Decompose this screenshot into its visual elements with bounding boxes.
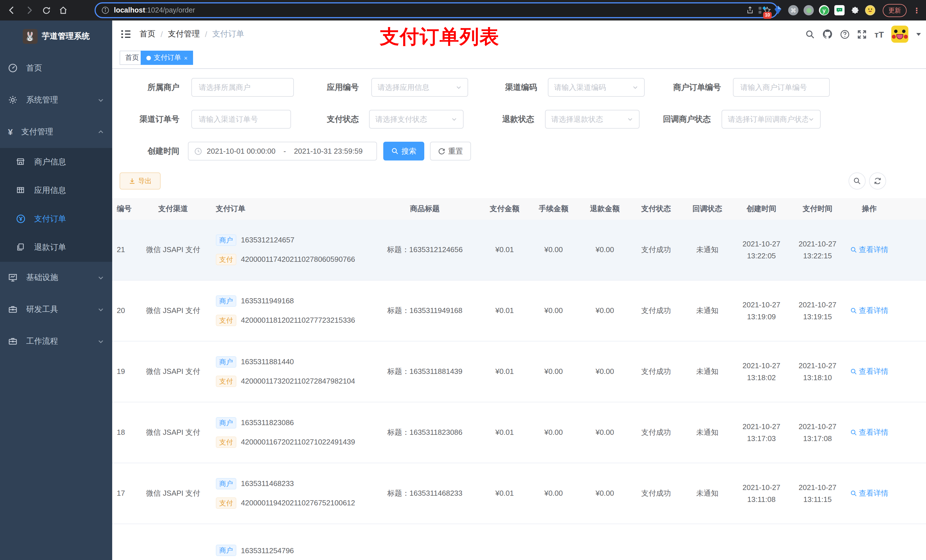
update-button[interactable]: 更新 (883, 4, 906, 17)
chevron-down-icon (808, 116, 814, 122)
cell-amount: ¥0.01 (481, 463, 528, 524)
filter-label-app-no: 应用编号 (302, 78, 359, 97)
sidebar-item-dev-tools[interactable]: 研发工具 (0, 294, 112, 326)
cell-id: 19 (112, 341, 138, 402)
sidebar-item-home[interactable]: 首页 (0, 52, 112, 84)
cell-amount: ¥0.01 (481, 341, 528, 402)
cell-created-time: 2021-10-2713:19:09 (733, 281, 790, 341)
cell-title: 标题：1635311823086 (368, 402, 481, 463)
cell-fee: ¥0.00 (528, 281, 579, 341)
cell-channel: 微信 JSAPI 支付 (138, 281, 208, 341)
breadcrumb-pay-mgmt[interactable]: 支付管理 (168, 29, 200, 39)
briefcase-icon (8, 305, 18, 315)
pay-tag: 支付 (216, 497, 236, 509)
pay-status-select[interactable]: 请选择支付状态 (369, 110, 464, 128)
record-extension-icon[interactable] (803, 5, 814, 15)
column-header: 商品标题 (368, 198, 481, 220)
merchant-tag: 商户 (216, 478, 236, 489)
close-tab-icon[interactable]: × (184, 54, 188, 61)
app-logo-row[interactable]: 🐰 芋道管理系统 (0, 21, 112, 52)
back-icon[interactable] (3, 2, 21, 19)
merchant-order-no-input[interactable] (733, 78, 830, 97)
clock-icon (194, 147, 202, 155)
reset-button[interactable]: 重置 (430, 142, 471, 160)
chevron-down-icon (97, 338, 104, 345)
refresh-table-button[interactable] (869, 172, 886, 190)
browser-menu-icon[interactable]: ⋮ (913, 6, 920, 15)
channel-code-select[interactable]: 请输入渠道编码 (548, 78, 645, 97)
app-title: 芋道管理系统 (42, 31, 90, 42)
command-extension-icon[interactable]: ⌘ (788, 5, 799, 15)
cell-notify-status: 未通知 (682, 402, 733, 463)
site-info-icon[interactable] (101, 6, 109, 14)
filter-label-merchant: 所属商户 (124, 78, 179, 97)
sidebar-item-workflow[interactable]: 工作流程 (0, 326, 112, 358)
merchant-input[interactable] (191, 78, 294, 97)
column-header: 支付时间 (790, 198, 845, 220)
cell-paid-time: 2021-10-2713:17:08 (790, 402, 845, 463)
breadcrumb: 首页 / 支付管理 / 支付订单 (139, 21, 244, 48)
avatar[interactable] (891, 26, 908, 43)
home-icon[interactable] (54, 2, 72, 19)
cell-actions: 查看详情 (845, 402, 894, 463)
merchant-tag: 商户 (216, 295, 236, 307)
view-detail-link[interactable]: 查看详情 (850, 305, 888, 316)
search-button[interactable]: 搜索 (383, 142, 424, 160)
search-icon[interactable] (805, 29, 815, 39)
cell-pay-order: 商户1635311468233支付42000011942021102767521… (208, 463, 368, 524)
font-size-icon[interactable]: ᴛT (875, 29, 884, 39)
github-icon[interactable] (823, 29, 833, 39)
merchant-order-no: 1635311949168 (241, 296, 294, 307)
cell-amount: ¥0.01 (481, 281, 528, 341)
collapse-sidebar-icon[interactable] (120, 29, 132, 40)
puzzle-extension-icon[interactable] (850, 5, 860, 15)
emoji-extension-icon[interactable] (865, 5, 875, 15)
help-icon[interactable] (840, 29, 850, 39)
address-bar[interactable]: localhost:1024/pay/order (95, 2, 778, 18)
chat-extension-icon[interactable] (834, 5, 844, 15)
app-no-select[interactable]: 请选择应用信息 (371, 78, 468, 97)
avatar-caret-icon[interactable] (916, 31, 921, 37)
reload-icon[interactable] (38, 2, 54, 19)
channel-order-no-input[interactable] (191, 110, 291, 128)
sidebar-item-refund-order[interactable]: 退款订单 (0, 233, 112, 262)
breadcrumb-home[interactable]: 首页 (139, 29, 156, 39)
yen-icon: ¥ (8, 127, 13, 137)
app-logo: 🐰 (23, 29, 37, 44)
tab-pay-order[interactable]: 支付订单 × (141, 51, 193, 65)
yapi-extension-icon[interactable]: y (819, 5, 829, 15)
extensions-area: 10 ⌘ y 更新 ⋮ (757, 0, 920, 21)
sidebar-item-merchant-info[interactable]: 商户信息 (0, 148, 112, 177)
view-detail-link[interactable]: 查看详情 (850, 245, 888, 255)
cell-id: 18 (112, 402, 138, 463)
refund-status-select[interactable]: 请选择退款状态 (545, 110, 640, 128)
filter-label-create-time: 创建时间 (124, 142, 179, 160)
export-button[interactable]: 导出 (120, 172, 160, 190)
cell-pay-order: 商户1635312124657支付42000011742021102780605… (208, 220, 368, 280)
date-range-input[interactable]: 2021-10-01 00:00:00 - 2021-10-31 23:59:5… (188, 142, 377, 160)
cell-created-time: 2021-10-2713:11:08 (733, 463, 790, 524)
sidebar-item-infra[interactable]: 基础设施 (0, 262, 112, 294)
kite-extension-icon[interactable] (773, 5, 783, 15)
chevron-down-icon (455, 84, 462, 91)
cell-paid-time: 2021-10-2713:19:15 (790, 281, 845, 341)
sidebar-item-pay-order[interactable]: 支付订单 (0, 205, 112, 233)
fullscreen-icon[interactable] (857, 29, 867, 39)
chevron-down-icon (97, 274, 104, 281)
sidebar-item-payment[interactable]: ¥ 支付管理 (0, 116, 112, 148)
cell-title: 标题：1635312124656 (368, 220, 481, 280)
merchant-order-no: 1635311254796 (241, 546, 294, 555)
view-detail-link[interactable]: 查看详情 (850, 427, 888, 438)
cell-amount: ¥0.01 (481, 220, 528, 280)
view-detail-link[interactable]: 查看详情 (850, 366, 888, 377)
sidebar-item-system[interactable]: 系统管理 (0, 84, 112, 116)
view-detail-link[interactable]: 查看详情 (850, 488, 888, 499)
toggle-search-button[interactable] (849, 172, 865, 190)
dashboard-icon (8, 63, 18, 73)
sidebar-item-app-info[interactable]: 应用信息 (0, 177, 112, 205)
cell-refund: ¥0.00 (579, 341, 631, 402)
callback-status-select[interactable]: 请选择订单回调商户状态 (722, 110, 821, 128)
share-icon[interactable] (746, 6, 754, 14)
apps-extension-icon[interactable]: 10 (757, 5, 768, 15)
forward-icon[interactable] (21, 2, 38, 19)
